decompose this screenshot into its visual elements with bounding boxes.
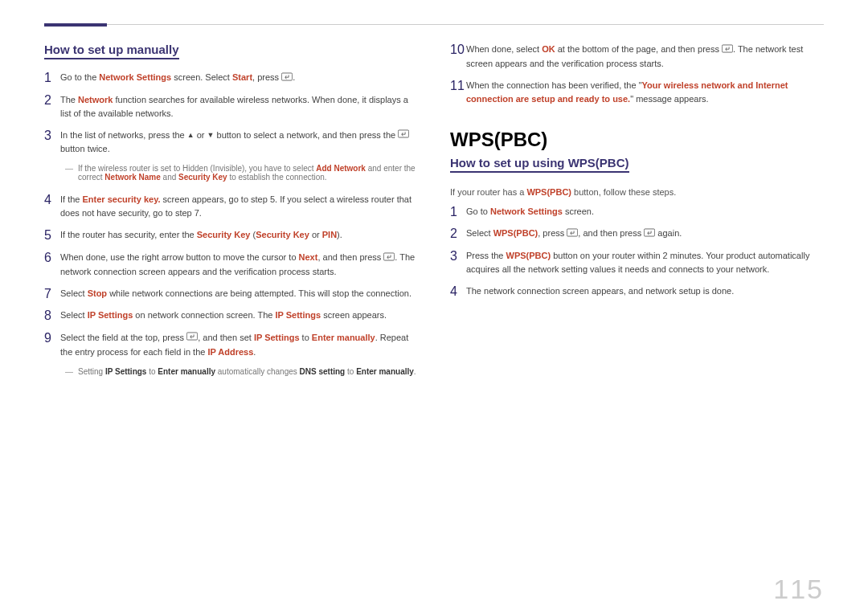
right-column: 10When done, select OK at the bottom of …	[450, 43, 824, 566]
step-body: Go to the Network Settings screen. Selec…	[60, 71, 418, 85]
step-body: Select WPS(PBC), press , and then press …	[466, 227, 824, 241]
step-body: Go to Network Settings screen.	[466, 205, 824, 219]
step: 8Select IP Settings on network connectio…	[44, 309, 418, 323]
enter-icon	[281, 72, 293, 85]
step: 7Select Stop while network connections a…	[44, 287, 418, 301]
step-number: 1	[450, 205, 466, 219]
intro-text: If your router has a WPS(PBC) button, fo…	[450, 187, 824, 197]
step: 11When the connection has been verified,…	[450, 79, 824, 106]
step-number: 10	[450, 43, 466, 71]
step: 3In the list of networks, press the ▲ or…	[44, 129, 418, 157]
svg-rect-1	[399, 130, 409, 137]
step-note: Setting IP Settings to Enter manually au…	[72, 367, 418, 376]
step-number: 3	[44, 129, 60, 157]
manual-page: How to set up manually 1Go to the Networ…	[0, 0, 868, 613]
step: 1Go to Network Settings screen.	[450, 205, 824, 219]
svg-rect-3	[187, 333, 198, 340]
step: 2Select WPS(PBC), press , and then press…	[450, 227, 824, 241]
step-body: In the list of networks, press the ▲ or …	[60, 129, 418, 157]
step: 9Select the field at the top, press , an…	[44, 331, 418, 359]
svg-rect-5	[567, 229, 578, 236]
step-number: 8	[44, 309, 60, 323]
step-number: 7	[44, 287, 60, 301]
enter-icon	[186, 331, 198, 345]
left-column: How to set up manually 1Go to the Networ…	[44, 43, 418, 566]
step-body: The network connection screen appears, a…	[466, 284, 824, 299]
step: 2The Network function searches for avail…	[44, 93, 418, 121]
enter-icon	[722, 43, 733, 57]
subhead-wpspbc: How to set up using WPS(PBC)	[450, 156, 629, 173]
step-number: 5	[44, 228, 60, 243]
step-body: When done, use the right arrow button to…	[60, 251, 418, 279]
step-number: 4	[44, 193, 60, 220]
enter-icon	[383, 251, 395, 265]
subhead-manual: How to set up manually	[44, 43, 179, 59]
step-body: If the Enter security key. screen appear…	[60, 193, 418, 220]
svg-rect-2	[384, 253, 395, 260]
header-rule	[44, 24, 824, 25]
step-number: 4	[450, 284, 466, 299]
step-number: 3	[450, 249, 466, 276]
step-body: Press the WPS(PBC) button on your router…	[466, 249, 824, 276]
step: 4The network connection screen appears, …	[450, 284, 824, 299]
step: 6When done, use the right arrow button t…	[44, 251, 418, 279]
step: 10When done, select OK at the bottom of …	[450, 43, 824, 71]
step-body: The Network function searches for availa…	[60, 93, 418, 121]
two-columns: How to set up manually 1Go to the Networ…	[44, 43, 824, 566]
step-body: Select Stop while network connections ar…	[60, 287, 418, 301]
step-body: Select IP Settings on network connection…	[60, 309, 418, 323]
step-body: When the connection has been verified, t…	[466, 79, 824, 106]
step: 4If the Enter security key. screen appea…	[44, 193, 418, 220]
page-number: 115	[44, 566, 824, 605]
enter-icon	[644, 227, 655, 241]
svg-rect-6	[645, 229, 655, 236]
step-body: If the router has security, enter the Se…	[60, 228, 418, 243]
step-note: If the wireless router is set to Hidden …	[72, 164, 418, 182]
step-number: 11	[450, 79, 466, 106]
section-title-wpspbc: WPS(PBC)	[450, 129, 824, 151]
enter-icon	[398, 129, 409, 142]
enter-icon	[567, 227, 578, 241]
step: 5If the router has security, enter the S…	[44, 228, 418, 243]
step: 1Go to the Network Settings screen. Sele…	[44, 71, 418, 85]
step-number: 6	[44, 251, 60, 279]
step-body: Select the field at the top, press , and…	[60, 331, 418, 359]
step-number: 1	[44, 71, 60, 85]
step-number: 9	[44, 331, 60, 359]
step: 3Press the WPS(PBC) button on your route…	[450, 249, 824, 276]
step-number: 2	[44, 93, 60, 121]
step-body: When done, select OK at the bottom of th…	[466, 43, 824, 71]
svg-rect-0	[281, 73, 292, 80]
svg-rect-4	[722, 45, 732, 52]
step-number: 2	[450, 227, 466, 241]
